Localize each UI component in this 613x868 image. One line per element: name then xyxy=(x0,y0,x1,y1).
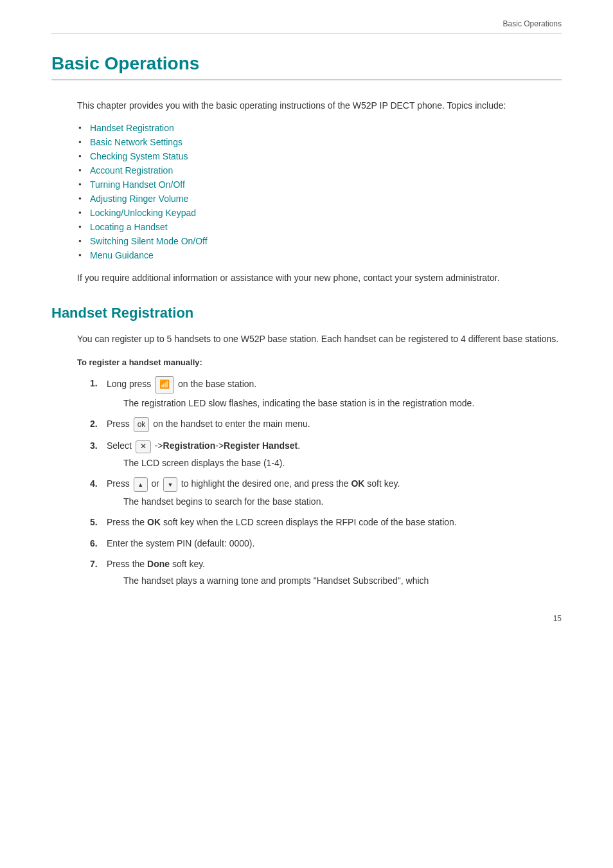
step-1-note: The registration LED slow flashes, indic… xyxy=(123,396,562,410)
ok-button-icon: ok xyxy=(134,417,150,432)
step-6: Enter the system PIN (default: 0000). xyxy=(90,536,562,550)
step-5: Press the OK soft key when the LCD scree… xyxy=(90,515,562,529)
up-arrow-icon xyxy=(138,478,143,491)
list-item: Turning Handset On/Off xyxy=(90,179,562,190)
wifi-symbol: 📶 xyxy=(159,378,170,392)
toc-link-locking-keypad[interactable]: Locking/Unlocking Keypad xyxy=(90,208,196,218)
step-7-text: Press the Done soft key. xyxy=(107,559,205,569)
toc-link-menu-guidance[interactable]: Menu Guidance xyxy=(90,250,154,260)
step-6-text: Enter the system PIN (default: 0000). xyxy=(107,538,254,548)
step-3: Select ✕ ->Registration->Register Handse… xyxy=(90,439,562,470)
chapter-intro: This chapter provides you with the basic… xyxy=(77,98,562,113)
list-item: Handset Registration xyxy=(90,123,562,133)
list-item: Locking/Unlocking Keypad xyxy=(90,208,562,218)
chapter-closing: If you require additional information or… xyxy=(77,271,562,285)
toc-link-silent-mode[interactable]: Switching Silent Mode On/Off xyxy=(90,236,208,246)
step-4: Press or to highlight the desired one, a… xyxy=(90,476,562,509)
toc-link-handset-registration[interactable]: Handset Registration xyxy=(90,123,174,133)
down-arrow-icon xyxy=(167,478,173,491)
steps-list: Long press 📶 on the base station. The re… xyxy=(77,376,562,588)
toc-link-account-registration[interactable]: Account Registration xyxy=(90,165,173,176)
step-4-text: Press or to highlight the desired one, a… xyxy=(107,478,400,489)
step-7: Press the Done soft key. The handset pla… xyxy=(90,557,562,588)
header-label: Basic Operations xyxy=(503,19,562,28)
chapter-title: Basic Operations xyxy=(51,53,562,74)
list-item: Checking System Status xyxy=(90,151,562,161)
toc-link-turning-handset[interactable]: Turning Handset On/Off xyxy=(90,179,185,190)
section-intro: You can register up to 5 handsets to one… xyxy=(77,332,562,346)
list-item: Adjusting Ringer Volume xyxy=(90,194,562,204)
step-2: Press ok on the handset to enter the mai… xyxy=(90,417,562,432)
step-7-note: The handset plays a warning tone and pro… xyxy=(123,574,562,588)
step-2-text: Press ok on the handset to enter the mai… xyxy=(107,419,310,429)
up-arrow-button xyxy=(134,477,148,492)
step-3-text: Select ✕ ->Registration->Register Handse… xyxy=(107,440,300,451)
toc-list: Handset Registration Basic Network Setti… xyxy=(90,123,562,260)
step-5-text: Press the OK soft key when the LCD scree… xyxy=(107,517,457,527)
down-arrow-button xyxy=(163,477,177,492)
page-number: 15 xyxy=(51,614,562,623)
step-1-text: Long press 📶 on the base station. xyxy=(107,379,256,389)
toc-link-adjusting-ringer[interactable]: Adjusting Ringer Volume xyxy=(90,194,188,204)
list-item: Basic Network Settings xyxy=(90,137,562,147)
menu-icon: ✕ xyxy=(136,440,151,453)
step-1: Long press 📶 on the base station. The re… xyxy=(90,376,562,410)
chapter-divider xyxy=(51,79,562,80)
list-item: Menu Guidance xyxy=(90,250,562,260)
step-4-note: The handset begins to search for the bas… xyxy=(123,494,562,509)
step-3-note: The LCD screen displays the base (1-4). xyxy=(123,456,562,470)
list-item: Account Registration xyxy=(90,165,562,176)
page-header: Basic Operations xyxy=(51,19,562,34)
toc-link-basic-network-settings[interactable]: Basic Network Settings xyxy=(90,137,182,147)
toc-link-locating-handset[interactable]: Locating a Handset xyxy=(90,222,168,232)
list-item: Switching Silent Mode On/Off xyxy=(90,236,562,246)
list-item: Locating a Handset xyxy=(90,222,562,232)
toc-link-checking-system-status[interactable]: Checking System Status xyxy=(90,151,188,161)
wifi-button-icon: 📶 xyxy=(155,376,174,393)
procedure-heading: To register a handset manually: xyxy=(77,357,562,367)
section-title: Handset Registration xyxy=(51,305,562,321)
